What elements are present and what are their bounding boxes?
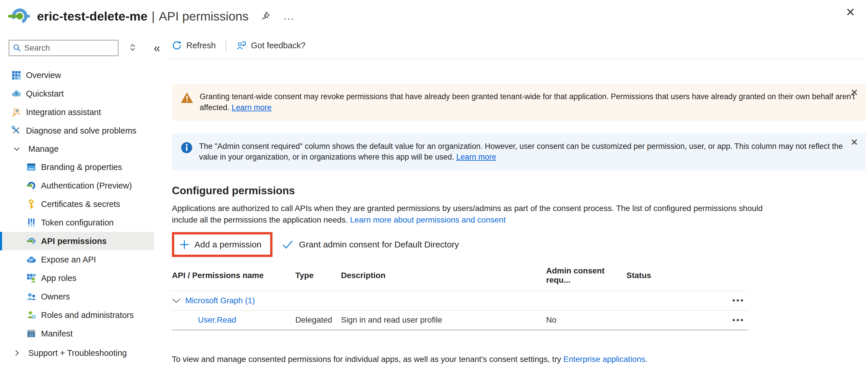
sidebar-item-expose-api[interactable]: Expose an API (0, 250, 154, 269)
refresh-label: Refresh (186, 41, 216, 50)
search-input[interactable] (24, 43, 118, 53)
admin-consent-cell: No (546, 315, 626, 325)
table-row-user-read: User.Read Delegated Sign in and read use… (172, 311, 747, 330)
sidebar-item-label: Branding & properties (41, 162, 122, 172)
command-bar: Refresh Got feedback? (165, 32, 866, 59)
sidebar-item-owners[interactable]: Owners (0, 287, 154, 306)
grid-person-icon (26, 273, 36, 283)
svg-text:www: www (28, 167, 34, 170)
sidebar-item-label: Authentication (Preview) (41, 181, 132, 190)
feedback-icon (236, 40, 246, 51)
info-learn-more-link[interactable]: Learn more (456, 153, 496, 161)
col-api-permissions-name: API / Permissions name (172, 271, 295, 280)
sidebar-item-api-permissions[interactable]: API permissions (0, 232, 154, 250)
sidebar-item-label: Owners (41, 292, 70, 302)
row-more-icon[interactable]: ••• (733, 296, 747, 305)
cloud-gears-icon (26, 254, 36, 265)
sidebar-item-label: Integration assistant (26, 107, 101, 117)
api-permissions-app-icon (7, 5, 30, 27)
refresh-icon (172, 40, 182, 50)
warning-text: Granting tenant-wide consent may revoke … (200, 91, 857, 113)
info-close-icon[interactable]: ✕ (850, 137, 858, 147)
feedback-button[interactable]: Got feedback? (236, 40, 306, 51)
table-header-row: API / Permissions name Type Description … (172, 264, 747, 291)
sidebar-item-branding[interactable]: www Branding & properties (0, 158, 154, 176)
plus-icon (180, 240, 189, 249)
title-separator: | (151, 9, 155, 23)
search-box (9, 40, 119, 56)
section-title: Configured permissions (172, 185, 868, 197)
info-banner: The "Admin consent required" column show… (172, 133, 866, 171)
auth-ring-icon (26, 180, 36, 191)
dock-icon[interactable] (128, 42, 137, 54)
warning-close-icon[interactable]: ✕ (850, 88, 858, 97)
permissions-table: API / Permissions name Type Description … (172, 264, 747, 330)
sidebar-item-manifest[interactable]: { } Manifest (0, 324, 154, 343)
sliders-icon (26, 217, 36, 228)
api-permissions-icon (26, 236, 36, 246)
sidebar-item-quickstart[interactable]: Quickstart (0, 84, 154, 103)
sidebar-group-manage[interactable]: Manage (0, 140, 165, 158)
sidebar: « Overview Quickstart (0, 32, 165, 370)
chevron-right-icon (13, 349, 21, 357)
table-row-microsoft-graph: Microsoft Graph (1) ••• (172, 291, 747, 311)
col-status: Status (626, 271, 696, 280)
key-icon (26, 199, 36, 209)
permissions-consent-link[interactable]: Learn more about permissions and consent (350, 215, 506, 224)
chevron-down-icon[interactable] (172, 298, 181, 303)
sidebar-item-label: Quickstart (26, 89, 64, 99)
col-type: Type (295, 271, 341, 280)
sidebar-group-support[interactable]: Support + Troubleshooting (0, 344, 165, 362)
enterprise-applications-link[interactable]: Enterprise applications (563, 355, 645, 364)
warning-learn-more-link[interactable]: Learn more (232, 103, 272, 112)
sidebar-item-diagnose[interactable]: Diagnose and solve problems (0, 121, 154, 140)
add-permission-button[interactable]: Add a permission (180, 240, 261, 249)
search-icon (13, 44, 21, 52)
sidebar-item-label: Certificates & secrets (41, 199, 120, 209)
blade-header: eric-test-delete-me|API permissions ... … (0, 0, 868, 32)
grant-admin-consent-label: Grant admin consent for Default Director… (299, 240, 459, 249)
page-title: eric-test-delete-me|API permissions (37, 9, 248, 23)
manifest-braces-icon: { } (26, 328, 36, 339)
annotation-highlight-box: Add a permission (172, 232, 273, 257)
pin-icon[interactable] (260, 10, 271, 22)
sidebar-item-roles-admins[interactable]: Roles and administrators (0, 306, 154, 324)
sidebar-item-label: Manifest (41, 329, 73, 338)
grant-admin-consent-button[interactable]: Grant admin consent for Default Director… (282, 240, 459, 249)
feedback-label: Got feedback? (251, 41, 306, 50)
page-name: API permissions (159, 9, 249, 23)
people-icon (26, 291, 36, 302)
sidebar-item-token-configuration[interactable]: Token configuration (0, 213, 154, 232)
check-icon (282, 240, 293, 249)
warning-icon (181, 92, 193, 103)
quickstart-icon (11, 88, 21, 99)
sidebar-item-label: Token configuration (41, 218, 114, 227)
warning-banner: Granting tenant-wide consent may revoke … (172, 84, 866, 121)
description-cell: Sign in and read user profile (341, 315, 546, 325)
user-read-link[interactable]: User.Read (198, 315, 236, 324)
refresh-button[interactable]: Refresh (172, 40, 216, 50)
sidebar-group-label: Support + Troubleshooting (28, 348, 127, 358)
sidebar-item-label: App roles (41, 273, 76, 283)
sidebar-item-authentication[interactable]: Authentication (Preview) (0, 176, 154, 195)
microsoft-graph-link[interactable]: Microsoft Graph (1) (185, 296, 255, 305)
sidebar-item-label: API permissions (41, 237, 106, 246)
svg-text:{ }: { } (30, 333, 33, 336)
sidebar-item-certificates[interactable]: Certificates & secrets (0, 195, 154, 213)
sidebar-item-integration-assistant[interactable]: Integration assistant (0, 103, 154, 121)
browser-window-icon: www (26, 162, 36, 172)
rocket-icon (11, 107, 21, 117)
header-more-icon[interactable]: ... (284, 11, 294, 22)
sidebar-item-app-roles[interactable]: App roles (0, 269, 154, 287)
row-more-icon[interactable]: ••• (733, 316, 747, 325)
col-admin-consent: Admin consent requ... (546, 266, 626, 285)
footer-note: To view and manage consented permissions… (172, 355, 868, 364)
collapse-menu-icon[interactable]: « (154, 42, 160, 54)
sidebar-item-label: Roles and administrators (41, 310, 134, 320)
overview-icon (11, 70, 21, 80)
section-description: Applications are authorized to call APIs… (172, 203, 776, 226)
sidebar-item-label: Expose an API (41, 255, 96, 265)
person-cube-icon (26, 310, 36, 320)
sidebar-item-overview[interactable]: Overview (0, 66, 154, 84)
close-icon[interactable]: ✕ (845, 6, 855, 18)
